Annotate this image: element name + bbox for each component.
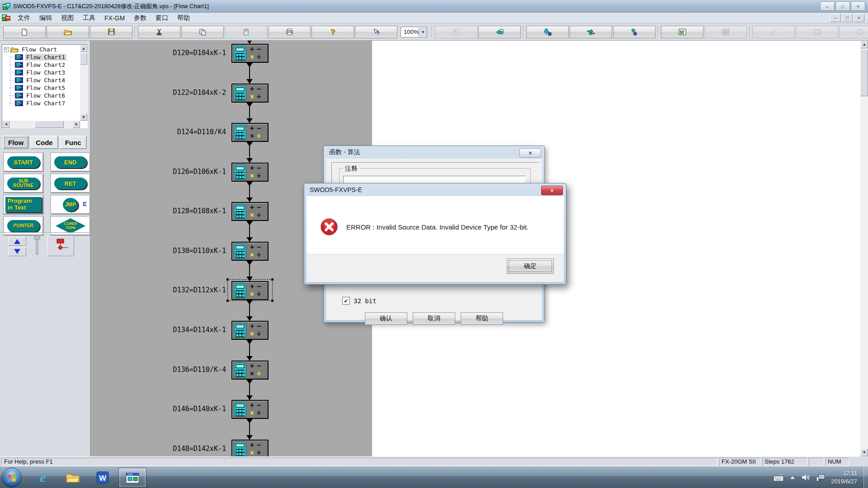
tree-collapse-icon[interactable] [4,47,9,52]
tree-item-label[interactable]: Flow Chart2 [25,61,66,68]
taskbar-word[interactable]: W [89,468,117,488]
zoom-select[interactable]: 100% ▾ [401,27,427,38]
flow-node[interactable]: +−×÷ [231,202,269,221]
tree-item[interactable]: Flow Chart2 [3,61,79,69]
flow-node[interactable]: +−×÷ [231,400,269,419]
cancel-button[interactable]: 取消 [413,312,455,325]
minimize-button[interactable]: – [820,1,835,11]
flow-node[interactable]: +−×÷ [231,242,269,261]
branch-tool-button[interactable] [47,236,74,256]
tree-item-label[interactable]: Flow Chart6 [25,92,66,99]
tree-root[interactable]: Flow Chart [3,46,79,53]
flow-node[interactable]: +−×÷ [231,163,269,182]
show-desktop-button[interactable] [863,467,868,488]
menu-item[interactable]: 窗口 [151,13,173,23]
compare-button[interactable] [613,26,656,38]
monitor-button[interactable]: M [661,26,703,38]
scrollbar-thumb[interactable] [80,53,87,65]
close-button[interactable]: × [851,1,865,11]
scroll-right-icon[interactable] [73,121,80,128]
move-down-button[interactable] [8,247,26,256]
taskbar-internet-explorer[interactable]: e [29,468,57,488]
flow-node[interactable]: +−×÷ [231,321,269,340]
taskbar-explorer[interactable] [59,468,87,488]
new-button[interactable] [3,26,46,38]
scroll-left-icon[interactable] [2,121,9,128]
flow-node[interactable]: +−×÷ [231,44,269,63]
tree-item[interactable]: Flow Chart4 [3,76,79,84]
cut-button[interactable] [138,26,180,38]
restore-button[interactable]: □ [835,1,850,11]
connector-tool[interactable] [33,236,42,257]
ok-button[interactable]: 确定 [507,258,554,274]
mdi-minimize-button[interactable]: – [830,14,841,22]
tab-code[interactable]: Code [30,136,58,149]
tree-item[interactable]: Flow Chart5 [3,84,79,92]
scroll-down-icon[interactable] [80,113,87,121]
tree-item-label[interactable]: Flow Chart4 [25,77,66,84]
menu-item[interactable]: 工具 [78,13,100,23]
copy-button[interactable] [181,26,224,38]
confirm-button[interactable]: 确认 [365,312,407,325]
zoom-dropdown-icon[interactable]: ▾ [419,28,427,37]
tray-volume-icon[interactable] [801,474,810,481]
verify-button[interactable] [570,26,612,38]
scrollbar-thumb[interactable] [860,49,868,96]
palette-start-button[interactable]: START [4,153,43,172]
scroll-up-icon[interactable] [80,45,87,52]
tray-network-icon[interactable] [816,474,826,482]
mdi-restore-button[interactable]: □ [842,14,853,22]
error-dialog-titlebar[interactable]: SWOD5-FXVPS-E [304,183,566,196]
menu-item[interactable]: 帮助 [173,13,194,23]
flow-node[interactable]: +−×÷ [231,84,269,103]
open-button[interactable] [47,26,89,38]
tray-show-hidden-icon[interactable] [789,475,796,479]
tray-keyboard-icon[interactable] [773,474,784,482]
palette-subroutine-button[interactable]: SUBROUTINE [4,174,43,193]
tree-item-label[interactable]: Flow Chart7 [25,100,66,107]
scroll-down-icon[interactable] [860,449,868,456]
taskbar-vps-app[interactable]: UPS [118,468,146,488]
help-dialog-button[interactable]: 帮助 [461,312,503,325]
tree-item[interactable]: Flow Chart3 [3,69,79,76]
flow-node[interactable]: +−×÷ [231,361,269,380]
download-button[interactable] [526,26,569,38]
menu-item[interactable]: 文件 [13,13,35,23]
flow-node[interactable]: +−×÷ [231,123,269,142]
move-up-button[interactable] [8,237,26,246]
tab-func[interactable]: Func [60,136,87,149]
taskbar-clock[interactable]: 17:11 2019/6/27 [831,469,857,485]
scroll-up-icon[interactable] [860,41,868,48]
bit32-checkbox[interactable]: ✔ [342,297,350,305]
function-dialog-close-button[interactable]: × [519,148,541,158]
tree-horizontal-scrollbar[interactable] [2,121,80,128]
start-button[interactable] [2,468,22,488]
menu-item[interactable]: 视图 [57,13,78,23]
menu-item[interactable]: FX-GM [100,13,129,23]
canvas-vertical-scrollbar[interactable] [860,41,868,456]
tree-item-label[interactable]: Flow Chart5 [25,84,66,91]
palette-end-button[interactable]: END [51,153,90,172]
tree-item[interactable]: Flow Chart7 [3,99,79,107]
tab-flow[interactable]: Flow [3,136,29,149]
tree-item-label[interactable]: Flow Chart3 [25,69,66,76]
error-dialog-close-button[interactable]: × [541,186,563,195]
palette-jmp-button[interactable]: JMP E [51,195,90,214]
mdi-close-button[interactable]: × [854,14,864,22]
tree-item-label[interactable]: Flow Chart1 [25,54,66,61]
menu-item[interactable]: 参数 [129,13,151,23]
context-help-button[interactable]: ? [355,26,397,38]
flow-node[interactable]: +−×÷ [231,440,269,456]
tree-item[interactable]: Flow Chart6 [3,92,79,99]
palette-ret-button[interactable]: RET [51,174,90,193]
tree-item[interactable]: Flow Chart1 [3,53,79,61]
upload-button[interactable] [478,26,521,38]
help-button[interactable]: ? [311,26,354,38]
tree-root-label[interactable]: Flow Chart [20,46,58,53]
print-button[interactable] [268,26,311,38]
tree-vertical-scrollbar[interactable] [80,45,87,121]
menu-item[interactable]: 编辑 [35,13,57,23]
palette-program-in-text-button[interactable]: Programin Text [4,195,43,214]
save-button[interactable] [90,26,132,38]
scrollbar-thumb[interactable] [35,121,64,128]
